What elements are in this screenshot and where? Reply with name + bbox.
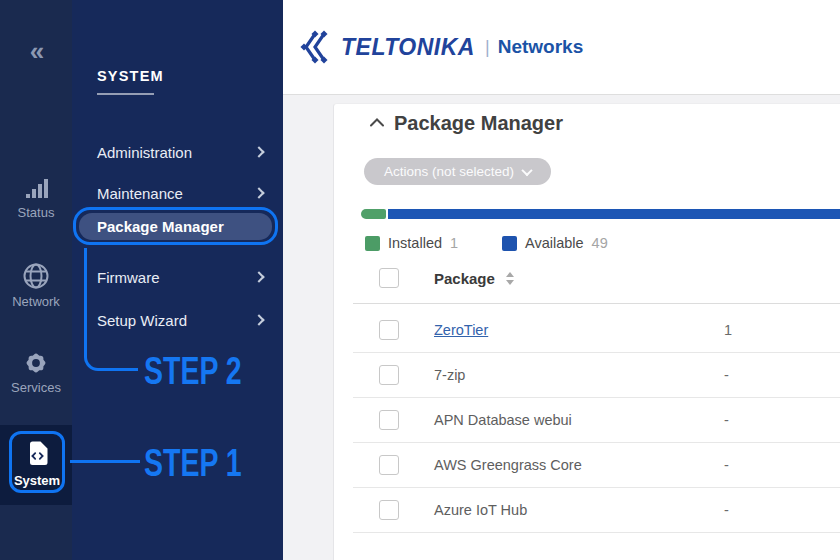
- main-content: TELTONIKA | Networks Package Manager Act…: [283, 0, 840, 560]
- select-all-checkbox[interactable]: [379, 268, 399, 288]
- package-name: Azure IoT Hub: [434, 488, 527, 533]
- signal-bars-icon: [23, 178, 50, 201]
- chevron-right-icon: [253, 187, 264, 198]
- brand-separator: |: [485, 37, 490, 58]
- installed-swatch-icon: [365, 236, 380, 251]
- legend-label: Available: [525, 235, 584, 251]
- package-name: AWS Greengrass Core: [434, 443, 582, 488]
- menu-item-administration[interactable]: Administration: [97, 144, 192, 162]
- legend-count: 49: [592, 235, 608, 251]
- section-title: Package Manager: [394, 112, 563, 135]
- chevron-right-icon: [253, 271, 264, 282]
- legend-available: Available 49: [502, 235, 608, 251]
- router-webui-screen: « Status Network: [0, 0, 840, 560]
- step2-label: STEP 2: [144, 350, 242, 393]
- rail-item-network[interactable]: Network: [0, 262, 72, 309]
- legend-label: Installed: [388, 235, 442, 251]
- rail-item-label: Status: [0, 205, 72, 220]
- chevron-right-icon: [253, 314, 264, 325]
- step2-connector-line: [84, 248, 138, 371]
- actions-dropdown-label: Actions (not selected): [384, 164, 514, 179]
- package-link[interactable]: ZeroTier: [434, 308, 488, 353]
- table-header-divider: [353, 303, 840, 304]
- rail-item-status[interactable]: Status: [0, 178, 72, 220]
- top-app-bar: TELTONIKA | Networks: [283, 0, 840, 95]
- table-row: AWS Greengrass Core -: [334, 443, 840, 488]
- file-code-icon: [27, 441, 48, 466]
- package-column-header[interactable]: Package: [434, 270, 495, 287]
- step2-highlight-ring: [73, 207, 278, 245]
- legend-count: 1: [450, 235, 458, 251]
- available-swatch-icon: [502, 236, 517, 251]
- package-value: 1: [724, 308, 732, 353]
- table-row: 7-zip -: [334, 353, 840, 398]
- sort-icon[interactable]: [506, 272, 514, 288]
- chevron-right-icon: [253, 146, 264, 157]
- row-checkbox[interactable]: [379, 365, 399, 385]
- menu-item-maintenance[interactable]: Maintenance: [97, 185, 183, 203]
- package-value: -: [724, 353, 729, 398]
- menu-title-underline: [97, 93, 154, 95]
- brand-name: TELTONIKA: [341, 34, 475, 61]
- brand-product: Networks: [498, 36, 584, 58]
- table-row: APN Database webui -: [334, 398, 840, 443]
- row-checkbox[interactable]: [379, 320, 399, 340]
- collapse-section-icon[interactable]: [369, 117, 385, 128]
- row-checkbox[interactable]: [379, 500, 399, 520]
- actions-dropdown-button[interactable]: Actions (not selected): [364, 158, 551, 185]
- package-value: -: [724, 443, 729, 488]
- row-checkbox[interactable]: [379, 455, 399, 475]
- sidebar-collapse-button[interactable]: «: [0, 38, 72, 64]
- teltonika-logo: TELTONIKA | Networks: [300, 30, 583, 64]
- row-checkbox[interactable]: [379, 410, 399, 430]
- rail-item-services[interactable]: Services: [0, 350, 72, 395]
- rail-item-label: Network: [0, 294, 72, 309]
- gear-icon: [23, 350, 49, 376]
- step1-label: STEP 1: [144, 442, 242, 485]
- chevron-down-icon: [521, 164, 532, 175]
- progress-installed-segment: [361, 209, 386, 219]
- icon-rail: « Status Network: [0, 0, 72, 560]
- progress-available-segment: [388, 209, 840, 219]
- table-row: ZeroTier 1: [334, 308, 840, 353]
- globe-icon: [22, 262, 50, 290]
- row-divider: [353, 532, 840, 533]
- package-value: -: [724, 488, 729, 533]
- table-row: Azure IoT Hub -: [334, 488, 840, 533]
- teltonika-logo-icon: [300, 30, 336, 64]
- rail-item-label: System: [12, 473, 62, 488]
- package-name: 7-zip: [434, 353, 465, 398]
- rail-item-label: Services: [0, 380, 72, 395]
- package-name: APN Database webui: [434, 398, 572, 443]
- package-manager-card: Package Manager Actions (not selected) I…: [333, 103, 840, 560]
- step1-connector-line: [70, 460, 140, 463]
- legend-installed: Installed 1: [365, 235, 458, 251]
- menu-title: SYSTEM: [97, 68, 164, 84]
- package-value: -: [724, 398, 729, 443]
- rail-item-system[interactable]: System: [9, 431, 65, 493]
